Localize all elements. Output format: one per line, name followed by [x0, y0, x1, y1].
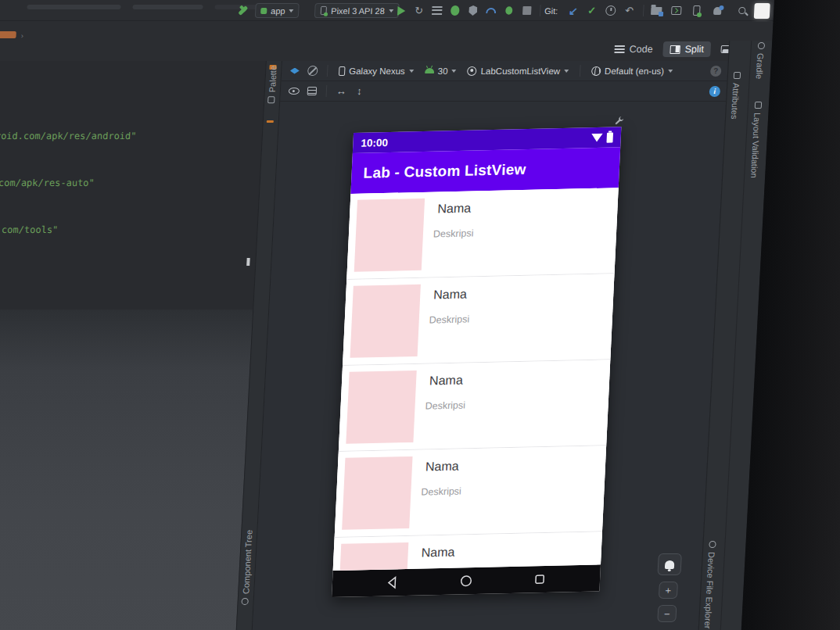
- git-update-button[interactable]: ↙: [566, 4, 580, 17]
- history-button[interactable]: [604, 4, 618, 17]
- terminal-icon: [669, 4, 684, 17]
- debug-button[interactable]: [448, 4, 462, 17]
- wifi-icon: [591, 133, 604, 141]
- variants-icon[interactable]: [304, 84, 318, 98]
- zoom-in-button[interactable]: +: [659, 582, 678, 599]
- list-item[interactable]: Nama Deskripsi: [335, 446, 607, 538]
- tab-code-label: Code: [629, 44, 653, 55]
- list-item[interactable]: Nama Deskripsi: [339, 360, 611, 452]
- notifications-button[interactable]: [710, 4, 724, 17]
- bell-icon: [665, 560, 675, 569]
- chevron-right-icon: ›: [20, 31, 23, 40]
- file-tab-fragment[interactable]: [0, 31, 16, 38]
- item-description: Deskripsi: [425, 399, 465, 411]
- wrench-icon[interactable]: [614, 116, 625, 126]
- theme-icon: [467, 66, 477, 76]
- build-hammer-icon: [236, 4, 250, 17]
- list-item[interactable]: Nama Deskripsi: [346, 188, 619, 280]
- code-editor[interactable]: roid.com/apk/res/android" .com/apk/res-a…: [0, 61, 267, 630]
- api-level-dropdown[interactable]: 30: [421, 65, 460, 77]
- rerun-icon: ↻: [412, 4, 426, 17]
- design-surface[interactable]: 10:00 Lab - Custom ListView: [252, 102, 727, 630]
- attach-debugger-icon: [502, 4, 516, 17]
- list-item[interactable]: Nama Deskripsi: [343, 274, 615, 366]
- device-dropdown[interactable]: Galaxy Nexus: [336, 65, 417, 77]
- build-button[interactable]: [236, 4, 250, 17]
- tab-layout-validation[interactable]: Layout Validation: [749, 102, 763, 178]
- recents-button[interactable]: [532, 571, 548, 587]
- list-item[interactable]: Nama Deskripsi: [333, 532, 602, 571]
- tab-split-label: Split: [684, 44, 704, 55]
- tab-attributes[interactable]: Attributes: [730, 72, 741, 119]
- layers-icon[interactable]: [288, 64, 302, 77]
- rollback-button[interactable]: ↶: [623, 4, 637, 17]
- git-commit-icon: ✓: [585, 4, 599, 17]
- status-time: 10:00: [361, 136, 388, 149]
- item-thumbnail: [350, 285, 421, 358]
- tab-palette[interactable]: Palette: [267, 66, 278, 103]
- attributes-icon: [733, 72, 740, 79]
- tab-code[interactable]: Code: [607, 41, 660, 57]
- phone-preview[interactable]: 10:00 Lab - Custom ListView: [332, 127, 621, 597]
- project-files-button[interactable]: [649, 4, 663, 17]
- notifications-magnet-button[interactable]: [657, 553, 681, 575]
- swap-vertical-icon[interactable]: ↕: [352, 84, 366, 98]
- theme-dropdown[interactable]: LabCustomListView: [464, 65, 572, 77]
- item-name: Nama: [437, 202, 472, 217]
- main-area: roid.com/apk/res/android" .com/apk/res-a…: [0, 61, 728, 630]
- locale-globe-icon: [591, 66, 601, 76]
- tab-component-tree[interactable]: Component Tree: [240, 530, 253, 605]
- run-configuration-select[interactable]: app: [255, 4, 300, 17]
- coverage-shield-icon: [466, 4, 480, 17]
- run-button[interactable]: [394, 4, 408, 17]
- item-description: Deskripsi: [429, 313, 469, 325]
- help-button[interactable]: ?: [710, 66, 722, 77]
- back-button[interactable]: [384, 575, 400, 590]
- tab-split[interactable]: Split: [662, 41, 711, 57]
- profiler-button[interactable]: [484, 4, 498, 17]
- coverage-button[interactable]: [466, 4, 480, 17]
- gradle-icon: [757, 42, 764, 49]
- locale-dropdown[interactable]: Default (en-us): [588, 65, 677, 77]
- swap-horizontal-icon[interactable]: ↔: [334, 84, 348, 98]
- tab-gradle[interactable]: Gradle: [755, 42, 766, 79]
- device-manager-button[interactable]: [690, 4, 704, 17]
- terminal-button[interactable]: [669, 4, 684, 17]
- home-button[interactable]: [458, 573, 475, 589]
- design-toolbar-secondary: ↔ ↕ i: [280, 81, 727, 102]
- component-tree-icon: [242, 598, 249, 605]
- zoom-out-button[interactable]: −: [657, 605, 677, 622]
- item-description: Deskripsi: [433, 227, 474, 239]
- notifications-icon: [710, 4, 724, 17]
- listview[interactable]: Nama Deskripsi Nama Deskripsi Nama: [333, 188, 619, 571]
- tab-device-file-explorer[interactable]: Device File Explorer: [703, 541, 717, 628]
- tab-gradle-label: Gradle: [755, 53, 766, 79]
- device-phone-icon: [321, 6, 327, 15]
- orientation-icon[interactable]: [306, 64, 320, 77]
- main-toolbar: app Pixel 3 API 28 ↻ Git: ↙: [0, 0, 774, 21]
- screenshot-stage: app Pixel 3 API 28 ↻ Git: ↙: [0, 0, 840, 630]
- item-thumbnail: [338, 542, 408, 571]
- run-list-button[interactable]: [430, 4, 444, 17]
- menu-text-blur: [132, 5, 203, 9]
- chevron-down-icon: [668, 70, 673, 73]
- run-icon: [394, 4, 408, 17]
- attach-debugger-button[interactable]: [502, 4, 516, 17]
- info-button[interactable]: i: [709, 86, 721, 97]
- app-bar: Lab - Custom ListView: [350, 147, 620, 194]
- view-options-eye-icon[interactable]: [286, 84, 300, 98]
- scrollbar-warning-mark[interactable]: [267, 120, 274, 123]
- rerun-button[interactable]: ↻: [412, 4, 426, 17]
- debug-icon: [448, 4, 462, 17]
- device-select[interactable]: Pixel 3 API 28: [314, 4, 399, 17]
- chevron-down-icon: [409, 70, 414, 73]
- plus-icon: +: [665, 585, 671, 596]
- item-name: Nama: [425, 460, 459, 474]
- device-phone-icon: [339, 66, 346, 76]
- window-overlay-square: [754, 4, 770, 17]
- text-caret: [246, 258, 250, 266]
- search-everywhere-button[interactable]: [735, 4, 749, 17]
- app-title: Lab - Custom ListView: [363, 161, 526, 182]
- git-commit-button[interactable]: ✓: [585, 4, 599, 17]
- stop-button[interactable]: [520, 4, 534, 17]
